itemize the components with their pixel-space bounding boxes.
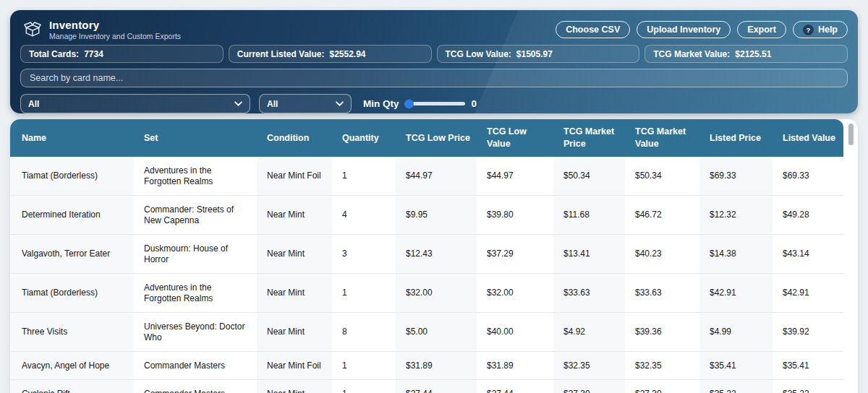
stat-box: Current Listed Value:$2552.94 <box>229 45 432 63</box>
title-block: Inventory Manage Inventory and Custom Ex… <box>49 19 181 40</box>
table-cell: $69.33 <box>773 157 843 196</box>
table-cell: Adventures in the Forgotten Realms <box>134 274 257 313</box>
column-header: Listed Value <box>773 119 843 157</box>
inventory-table-card: NameSetConditionQuantityTCG Low PriceTCG… <box>10 119 858 393</box>
table-cell: $40.00 <box>477 313 553 352</box>
table-cell: Near Mint <box>257 274 332 313</box>
table-cell: $5.00 <box>396 313 477 352</box>
table-cell: Near Mint <box>257 235 332 274</box>
table-row: Determined IterationCommander: Streets o… <box>10 196 843 235</box>
table-cell: $32.35 <box>553 352 625 380</box>
scrollbar-thumb[interactable] <box>848 124 854 145</box>
table-cell: $27.44 <box>396 380 477 393</box>
stat-label: TCG Low Value: <box>446 49 511 59</box>
inventory-header-panel: Inventory Manage Inventory and Custom Ex… <box>10 10 858 113</box>
table-cell: $33.63 <box>625 274 699 313</box>
column-header: TCG Low Price <box>396 119 477 157</box>
table-cell: Tiamat (Borderless) <box>10 274 134 313</box>
table-cell: $31.89 <box>477 352 553 380</box>
column-header: Name <box>10 119 134 157</box>
table-cell: $39.92 <box>773 313 843 352</box>
stat-box: TCG Low Value:$1505.97 <box>437 45 640 63</box>
help-button[interactable]: ?Help <box>793 21 848 38</box>
table-cell: $39.80 <box>477 196 553 235</box>
table-cell: $50.34 <box>553 157 625 196</box>
table-header-row: NameSetConditionQuantityTCG Low PriceTCG… <box>10 119 843 157</box>
button-label: Help <box>818 25 838 35</box>
column-header: TCG Market Price <box>553 119 625 157</box>
column-header: Quantity <box>332 119 396 157</box>
question-circle-icon: ? <box>803 25 814 35</box>
upload-inventory-button[interactable]: Upload Inventory <box>637 21 731 38</box>
min-qty-label: Min Qty <box>363 98 399 109</box>
table-cell: $31.89 <box>396 352 477 380</box>
table-cell: $32.35 <box>625 352 699 380</box>
table-cell: $49.28 <box>773 196 843 235</box>
stat-value: $2125.51 <box>735 49 771 59</box>
stat-value: 7734 <box>84 49 103 59</box>
table-cell: Near Mint <box>257 196 332 235</box>
table-cell: 1 <box>332 274 396 313</box>
table-cell: $12.32 <box>699 196 773 235</box>
stat-value: $2552.94 <box>329 49 365 59</box>
table-cell: $35.41 <box>773 352 843 380</box>
column-header: Condition <box>257 119 332 157</box>
min-qty-slider-track[interactable] <box>406 102 465 105</box>
table-cell: Three Visits <box>10 313 134 352</box>
table-cell: $27.30 <box>625 380 699 393</box>
table-cell: $42.91 <box>773 274 843 313</box>
filter-dropdown-1-value: All <box>28 99 39 109</box>
table-cell: $44.97 <box>477 157 553 196</box>
button-label: Upload Inventory <box>647 25 720 35</box>
search-row <box>20 69 848 87</box>
table-cell: $4.92 <box>553 313 625 352</box>
column-header: Listed Price <box>699 119 773 157</box>
choose-csv-button[interactable]: Choose CSV <box>556 21 630 38</box>
table-cell: $9.95 <box>396 196 477 235</box>
table-row: Three VisitsUniverses Beyond: Doctor Who… <box>10 313 843 352</box>
table-cell: 1 <box>332 157 396 196</box>
stat-label: TCG Market Value: <box>653 49 730 59</box>
table-row: Cyclonic RiftCommander MastersNear Mint1… <box>10 380 843 393</box>
stat-box: Total Cards:7734 <box>20 45 224 63</box>
table-cell: $4.99 <box>699 313 773 352</box>
filter-row: All All Min Qty 0 <box>20 94 848 113</box>
table-cell: $35.22 <box>699 380 773 393</box>
table-cell: $43.14 <box>773 235 843 274</box>
table-cell: $50.34 <box>625 157 699 196</box>
export-button[interactable]: Export <box>737 21 786 38</box>
table-cell: 1 <box>332 352 396 380</box>
filter-dropdown-1[interactable]: All <box>20 94 250 113</box>
table-row: Tiamat (Borderless)Adventures in the For… <box>10 157 843 196</box>
table-cell: 8 <box>332 313 396 352</box>
table-cell: Avacyn, Angel of Hope <box>10 352 134 380</box>
table-cell: $37.29 <box>477 235 553 274</box>
search-input[interactable] <box>20 69 848 87</box>
table-cell: $39.36 <box>625 313 699 352</box>
table-cell: Near Mint <box>257 313 332 352</box>
table-cell: Near Mint Foil <box>257 352 332 380</box>
table-cell: $27.44 <box>477 380 553 393</box>
column-header: TCG Market Value <box>625 119 699 157</box>
button-label: Choose CSV <box>566 25 620 35</box>
min-qty-value: 0 <box>472 98 477 109</box>
table-cell: $33.63 <box>553 274 625 313</box>
table-cell: Commander Masters <box>134 380 257 393</box>
page-subtitle: Manage Inventory and Custom Exports <box>49 32 181 40</box>
inventory-table: NameSetConditionQuantityTCG Low PriceTCG… <box>10 119 843 393</box>
table-cell: $11.68 <box>553 196 625 235</box>
min-qty-slider-thumb[interactable] <box>404 99 414 108</box>
table-cell: Adventures in the Forgotten Realms <box>134 157 257 196</box>
table-cell: $69.33 <box>699 157 773 196</box>
table-cell: Universes Beyond: Doctor Who <box>134 313 257 352</box>
filter-dropdown-2[interactable]: All <box>259 94 352 113</box>
stat-value: $1505.97 <box>516 49 553 59</box>
table-cell: Near Mint <box>257 380 332 393</box>
table-cell: $32.00 <box>396 274 477 313</box>
table-cell: 4 <box>332 196 396 235</box>
stat-label: Total Cards: <box>29 49 79 59</box>
package-box-icon <box>23 20 42 39</box>
header-row: Inventory Manage Inventory and Custom Ex… <box>20 18 848 41</box>
table-cell: $42.91 <box>699 274 773 313</box>
table-cell: $13.41 <box>553 235 625 274</box>
